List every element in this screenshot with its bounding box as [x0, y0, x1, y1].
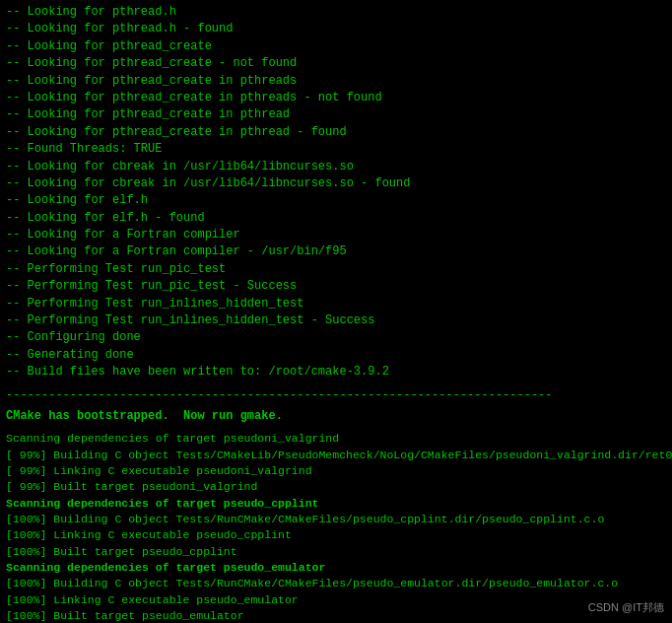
- terminal-line: -- Looking for pthread.h - found: [6, 21, 666, 37]
- terminal-line: -- Configuring done: [6, 329, 666, 346]
- terminal-window: -- Looking for pthread.h-- Looking for p…: [0, 0, 672, 623]
- terminal-line: -- Performing Test run_inlines_hidden_te…: [6, 312, 666, 329]
- terminal-line: -- Looking for pthread_create: [6, 38, 666, 55]
- terminal-top-section: -- Looking for pthread.h-- Looking for p…: [0, 0, 672, 385]
- terminal-line: [100%] Built target pseudo_emulator: [6, 608, 666, 623]
- terminal-line: -- Looking for cbreak in /usr/lib64/libn…: [6, 175, 666, 192]
- terminal-line: Scanning dependencies of target pseudo_c…: [6, 496, 666, 512]
- terminal-line: -- Looking for pthread_create in pthread…: [6, 73, 666, 90]
- terminal-line: -- Performing Test run_pic_test: [6, 261, 666, 278]
- terminal-line: [100%] Built target pseudo_cpplint: [6, 544, 666, 560]
- terminal-line: -- Performing Test run_inlines_hidden_te…: [6, 296, 666, 312]
- terminal-bottom-section: Scanning dependencies of target pseudoni…: [0, 429, 672, 623]
- terminal-line: [ 99%] Building C object Tests/CMakeLib/…: [6, 448, 666, 463]
- terminal-line: Scanning dependencies of target pseudoni…: [6, 431, 666, 447]
- terminal-line: [ 99%] Built target pseudoni_valgrind: [6, 479, 666, 495]
- terminal-line: Scanning dependencies of target pseudo_e…: [6, 560, 666, 576]
- terminal-line: [ 99%] Linking C executable pseudoni_val…: [6, 463, 666, 479]
- watermark: CSDN @IT邦德: [588, 600, 664, 615]
- divider-line: ----------------------------------------…: [0, 385, 672, 406]
- terminal-line: -- Looking for elf.h: [6, 192, 666, 209]
- terminal-line: -- Looking for pthread.h: [6, 4, 666, 21]
- terminal-line: -- Build files have been written to: /ro…: [6, 364, 666, 381]
- bootstrap-message: CMake has bootstrapped. Now run gmake.: [0, 406, 672, 429]
- terminal-line: [100%] Building C object Tests/RunCMake/…: [6, 512, 666, 527]
- terminal-line: -- Found Threads: TRUE: [6, 141, 666, 158]
- terminal-line: -- Looking for pthread_create in pthread…: [6, 90, 666, 106]
- terminal-line: -- Looking for elf.h - found: [6, 210, 666, 227]
- terminal-line: -- Performing Test run_pic_test - Succes…: [6, 278, 666, 295]
- terminal-line: -- Looking for pthread_create in pthread…: [6, 124, 666, 141]
- terminal-line: [100%] Linking C executable pseudo_cppli…: [6, 527, 666, 543]
- terminal-line: -- Looking for pthread_create in pthread: [6, 106, 666, 123]
- terminal-line: -- Looking for pthread_create - not foun…: [6, 55, 666, 72]
- terminal-line: [100%] Building C object Tests/RunCMake/…: [6, 576, 666, 591]
- terminal-line: -- Generating done: [6, 347, 666, 364]
- terminal-line: -- Looking for cbreak in /usr/lib64/libn…: [6, 159, 666, 175]
- terminal-line: [100%] Linking C executable pseudo_emula…: [6, 592, 666, 608]
- terminal-line: -- Looking for a Fortran compiler: [6, 227, 666, 243]
- terminal-line: -- Looking for a Fortran compiler - /usr…: [6, 243, 666, 260]
